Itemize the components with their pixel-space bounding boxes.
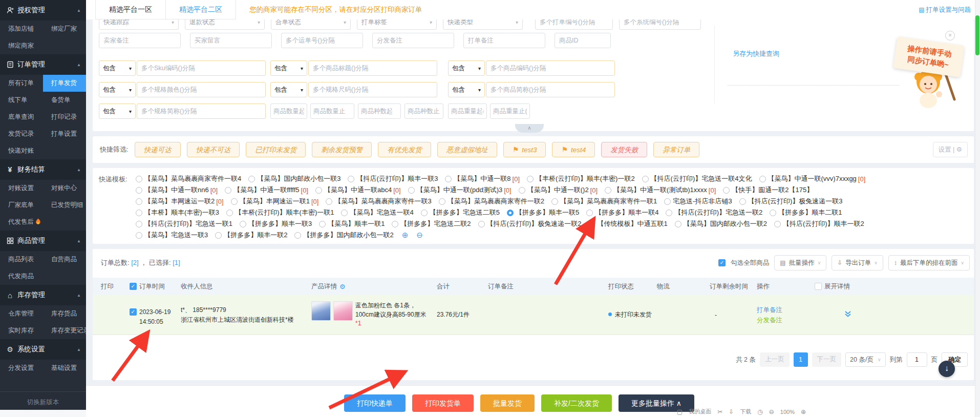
remove-template-icon[interactable]: ⊖ (416, 231, 423, 240)
template-radio-option[interactable]: 【菜鸟】国内邮政小包一联2 (675, 219, 767, 228)
template-radio-option[interactable]: 【菜鸟】中通一联(pdd测试)3[0] (408, 185, 512, 195)
sidebar-item-实时库存[interactable]: 实时库存 (0, 322, 43, 339)
quick-filter-button-有优先发货[interactable]: 有优先发货 (378, 142, 431, 157)
quick-filter-settings-button[interactable]: 设置 | ⚙ (933, 142, 968, 157)
template-radio-option[interactable]: 【菜鸟】中通一联()2[0] (519, 185, 598, 195)
scrollbar-thumb[interactable] (975, 15, 979, 55)
desktop-label[interactable]: 我的桌面 (689, 408, 711, 415)
contain-select[interactable]: 包含▾ (99, 103, 136, 119)
template-radio-option[interactable]: 宅急送-抖店非店铺3 (664, 197, 732, 206)
sidebar-item-分发设置[interactable]: 分发设置 (0, 360, 43, 377)
weight-from-input[interactable] (448, 103, 487, 119)
sidebar-item-打单设置[interactable]: 打单设置 (43, 126, 86, 142)
template-radio-option[interactable]: 【拼多多】顺丰一联4 (586, 208, 658, 217)
sidebar-item-发货记录[interactable]: 发货记录 (0, 126, 43, 142)
quick-filter-button-test4[interactable]: ⚑test4 (552, 142, 595, 157)
zoom-out-icon[interactable]: ⊖ (769, 408, 774, 415)
quick-filter-button-剩余发货预警[interactable]: 剩余发货预警 (312, 142, 372, 157)
template-radio-option[interactable]: 【抖店(云打印)】宅急送一联2 (666, 208, 762, 217)
switch-new-version-link[interactable]: 切换新版本 (0, 391, 86, 407)
template-radio-option[interactable]: 【拼多多】国内邮政小包一联2 (294, 231, 393, 240)
download-icon[interactable]: ⇩ (729, 408, 734, 415)
download-label[interactable]: 下载 (740, 408, 751, 415)
sidebar-item-基础设置[interactable]: 基础设置 (43, 360, 86, 377)
column-settings-icon[interactable]: ⚙ (339, 283, 346, 290)
template-radio-option[interactable]: 【菜鸟】中通一联fffff5[0] (225, 185, 308, 195)
template-radio-option[interactable]: 【菜鸟】宅急送一联3 (136, 231, 208, 240)
template-radio-option[interactable]: 【菜鸟】菜鸟裹裹商家寄件一联3 (326, 197, 431, 206)
template-radio-option[interactable]: 【拼多多】顺丰一联2 (215, 231, 287, 240)
template-radio-option[interactable]: 【菜鸟】国内邮政小包一联3 (248, 174, 340, 183)
sidebar-item-绑定厂家[interactable]: 绑定厂家 (43, 20, 86, 37)
template-radio-option[interactable]: 【菜鸟】中通一联abc4[0] (315, 185, 401, 195)
contain-select[interactable]: 包含▾ (99, 82, 136, 97)
row-checkbox[interactable] (130, 308, 137, 316)
waybill-no-input[interactable] (281, 33, 363, 48)
clock-icon[interactable]: ◷ (757, 408, 762, 415)
contain-select[interactable]: 包含▾ (270, 82, 307, 97)
template-radio-option[interactable]: 【拼多多】顺丰一联5 (507, 208, 579, 217)
filter-select-2[interactable]: 退款状态▾ (185, 19, 265, 30)
sku-code-input[interactable] (137, 60, 266, 76)
template-radio-option[interactable]: 【抖店(云打印)】宅急送一联4文化 (642, 174, 752, 183)
quick-filter-button-恶意虚假地址[interactable]: 恶意虚假地址 (437, 142, 497, 157)
add-template-icon[interactable]: ⊕ (402, 231, 409, 240)
template-radio-option[interactable]: 【菜鸟】中通一联nn6[0] (136, 185, 218, 195)
spec-color-input[interactable] (137, 82, 266, 97)
print-remark-input[interactable] (463, 33, 545, 48)
template-radio-option[interactable]: 【拼多多】顺丰一联3 (240, 219, 312, 228)
quick-filter-button-test3[interactable]: ⚑test3 (503, 142, 546, 157)
template-radio-option[interactable]: 【菜鸟】菜鸟裹裹商家寄件一联4 (136, 174, 241, 183)
template-radio-option[interactable]: 【菜鸟】丰网速运一联2[0] (136, 197, 224, 206)
quick-filter-button-已打印未发货[interactable]: 已打印未发货 (246, 142, 306, 157)
sidebar-item-所有订单[interactable]: 所有订单 (0, 75, 43, 92)
sidebar-item-绑定商家[interactable]: 绑定商家 (0, 37, 43, 54)
sidebar-item-备货单[interactable]: 备货单 (43, 92, 86, 109)
template-radio-option[interactable]: 【抖店(云打印)】宅急送一联1 (136, 219, 232, 228)
scroll-to-bottom-button[interactable]: ↓ (939, 361, 955, 377)
batch-operations-button[interactable]: ▤批量操作∨ (774, 255, 826, 270)
double-chevron-down-icon[interactable] (844, 310, 852, 318)
sidebar-item-自营商品[interactable]: 自营商品 (43, 251, 86, 268)
qty-from-input[interactable] (270, 103, 307, 119)
sidebar-item-库存货品[interactable]: 库存货品 (43, 305, 86, 322)
export-orders-button[interactable]: ⇩导出订单∨ (832, 255, 883, 270)
template-radio-option[interactable]: 【丰桥】顺丰(丰密)一联3 (136, 208, 219, 217)
template-radio-option[interactable]: 【菜鸟】丰网速运一联1[0] (231, 197, 319, 206)
template-radio-option[interactable]: 【抖店(云打印)】极兔速递一联2 (478, 219, 582, 228)
sort-order-button[interactable]: ↕最后下单的排在前面∨ (888, 255, 970, 270)
next-page-button[interactable]: 下一页 (812, 352, 842, 367)
print-settings-help-link[interactable]: ▤打单设置与问题 (919, 0, 971, 19)
buyer-message-input[interactable] (190, 33, 272, 48)
sidebar-item-已发货明细[interactable]: 已发货明细 (43, 197, 86, 214)
kind-from-input[interactable] (358, 103, 401, 119)
contain-select[interactable]: 包含▾ (99, 60, 136, 76)
desktop-icon[interactable]: ▢ (677, 408, 683, 415)
print-invoice-button[interactable]: 打印发货单 (412, 394, 474, 412)
contain-select[interactable]: 包含▾ (448, 82, 485, 97)
tab-platform-zone-2[interactable]: 精选平台二区 (166, 0, 236, 19)
qty-to-input[interactable] (310, 103, 354, 119)
template-radio-option[interactable]: 【丰桥(云打印)】顺丰(丰密)一联1 (226, 208, 334, 217)
filter-select-5[interactable]: 快递类型▾ (443, 19, 523, 30)
collapse-filters-tab[interactable]: ∧ (515, 124, 544, 133)
sidebar-section-finance[interactable]: ¥财务结算▲ (0, 159, 86, 180)
product-title-input[interactable] (308, 60, 437, 76)
print-no-input[interactable] (535, 19, 613, 30)
current-page-button[interactable]: 1 (794, 352, 808, 367)
print-express-button[interactable]: 打印快递单 (344, 394, 406, 412)
sidebar-item-对账设置[interactable]: 对账设置 (0, 180, 43, 197)
template-radio-option[interactable]: 【快手】圆通一联2【175】 (723, 185, 813, 195)
product-code-input[interactable] (486, 60, 615, 76)
goto-page-input[interactable] (907, 352, 927, 367)
close-icon[interactable]: × (945, 31, 955, 40)
contain-select[interactable]: 包含▾ (270, 60, 307, 76)
sidebar-item-代发售后[interactable]: 代发售后 (0, 214, 43, 231)
quick-filter-button-快递可达[interactable]: 快递可达 (135, 142, 181, 157)
filter-select-1[interactable]: 快递跟踪▾ (99, 19, 179, 30)
template-radio-option[interactable]: 【拼多多】宅急送二联2 (392, 219, 471, 228)
scissors-icon[interactable]: ✂ (717, 408, 722, 415)
template-radio-option[interactable]: 【抖店(云打印)】顺丰一联3 (348, 174, 438, 183)
dist-remark-link[interactable]: 分发备注 (757, 315, 815, 325)
seller-remark-input[interactable] (99, 33, 181, 48)
